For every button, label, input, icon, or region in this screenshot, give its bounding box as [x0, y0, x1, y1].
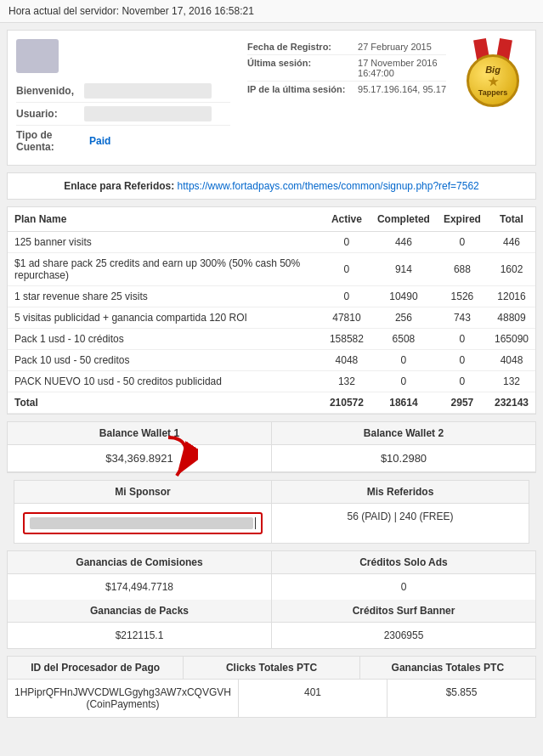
tipo-cuenta-value: Paid [84, 133, 212, 149]
ganancias-comisiones-row: Ganancias de Comisiones $174,494.7718 Cr… [8, 551, 535, 600]
table-cell: 158582 [323, 329, 370, 350]
fecha-registro-row: Fecha de Registro: 27 February 2015 [247, 39, 446, 55]
wallet-section: Balance Wallet 1 Balance Wallet 2 $34,36… [7, 421, 536, 473]
table-cell: $1 ad share pack 25 credits and earn up … [8, 253, 323, 286]
wallet1-label: Balance Wallet 1 [8, 422, 272, 445]
plans-table-section: Plan Name Active Completed Expired Total… [7, 206, 536, 415]
col-plan-name: Plan Name [8, 207, 323, 232]
table-cell: 47810 [323, 307, 370, 329]
sponsor-wrapper: Mi Sponsor Mis Referidos 56 (PAID) | 240… [7, 480, 536, 544]
col-total: Total [488, 207, 535, 232]
table-cell: 4048 [488, 350, 535, 371]
ganancias-section: Ganancias de Comisiones $174,494.7718 Cr… [7, 550, 536, 649]
table-cell: 914 [370, 253, 437, 286]
table-cell: 125 banner visits [8, 232, 323, 253]
table-total-cell: 2957 [437, 392, 488, 414]
ip-row: IP de la última sesión: 95.17.196.164, 9… [247, 82, 446, 97]
sponsor-input-bar [30, 517, 253, 529]
table-cell: 0 [437, 371, 488, 392]
mi-sponsor-label: Mi Sponsor [14, 481, 271, 504]
table-cell: 1526 [437, 286, 488, 307]
sponsor-cursor [255, 517, 256, 529]
avatar [16, 39, 59, 73]
ip-value: 95.17.196.164, 95.17 [358, 84, 446, 94]
bottom-header-row: ID del Procesador de Pago Clicks Totales… [8, 657, 535, 680]
ganancias-totales-header: Ganancias Totales PTC [360, 657, 535, 679]
referral-section: Enlace para Referidos: https://www.forta… [7, 172, 536, 200]
table-cell: 446 [370, 232, 437, 253]
bienvenido-label: Bienvenido, [16, 85, 84, 97]
bottom-data-row: 1HPiprQFHnJWVCDWLGgyhg3AW7xCQVGVH(CoinPa… [8, 680, 535, 717]
creditos-surf-banner-value: 2306955 [272, 623, 535, 648]
sponsor-input [23, 512, 263, 534]
table-header-row: Plan Name Active Completed Expired Total [8, 207, 535, 232]
mi-sponsor-cell: Mi Sponsor [14, 481, 272, 543]
ganancias-packs-row: Ganancias de Packs $212115.1 Créditos Su… [8, 600, 535, 648]
table-cell: 743 [437, 307, 488, 329]
comisiones-label: Ganancias de Comisiones [8, 551, 271, 574]
table-cell: 12016 [488, 286, 535, 307]
ultima-sesion-row: Última sesión: 17 November 201616:47:00 [247, 55, 446, 82]
col-expired: Expired [437, 207, 488, 232]
ultima-sesion-label: Última sesión: [247, 58, 358, 68]
table-cell: 256 [370, 307, 437, 329]
table-cell: 0 [370, 371, 437, 392]
table-cell: 0 [437, 350, 488, 371]
plans-table: Plan Name Active Completed Expired Total… [8, 207, 535, 414]
sponsor-section: Mi Sponsor Mis Referidos 56 (PAID) | 240… [14, 480, 529, 544]
usuario-value [84, 106, 212, 121]
packs-label: Ganancias de Packs [8, 600, 271, 623]
table-cell: 0 [437, 232, 488, 253]
server-time-value: November 17, 2016 16:58:21 [122, 5, 253, 17]
table-cell: Pack 10 usd - 50 creditos [8, 350, 323, 371]
profile-row-tipo-cuenta: Tipo de Cuenta: Paid [16, 126, 230, 156]
id-procesador-text: 1HPiprQFHnJWVCDWLGgyhg3AW7xCQVGVH(CoinPa… [14, 686, 231, 710]
table-cell: 0 [370, 350, 437, 371]
avatar-area [16, 39, 230, 73]
medal-star: ★ [488, 75, 499, 88]
mis-referidos-value: 56 (PAID) | 240 (FREE) [272, 504, 529, 529]
ganancias-totales-value: $5.855 [387, 680, 535, 717]
table-row: Pack 10 usd - 50 creditos4048004048 [8, 350, 535, 371]
table-cell: 4048 [323, 350, 370, 371]
table-cell: 446 [488, 232, 535, 253]
table-cell: 132 [323, 371, 370, 392]
wallet1-value: $34,369.8921 [8, 445, 272, 472]
table-cell: 165090 [488, 329, 535, 350]
sponsor-label-row: Mi Sponsor Mis Referidos 56 (PAID) | 240… [14, 481, 529, 543]
fecha-registro-label: Fecha de Registro: [247, 42, 358, 52]
ultima-sesion-value: 17 November 201616:47:00 [358, 58, 446, 78]
table-cell: 1 star revenue share 25 visits [8, 286, 323, 307]
table-cell: PACK NUEVO 10 usd - 50 creditos publicid… [8, 371, 323, 392]
creditos-surf-banner-cell: Créditos Surf Banner 2306955 [272, 600, 535, 648]
clicks-totales-header: Clicks Totales PTC [184, 657, 359, 679]
table-row: 125 banner visits04460446 [8, 232, 535, 253]
table-cell: 0 [323, 286, 370, 307]
table-cell: 0 [323, 232, 370, 253]
table-cell: 132 [488, 371, 535, 392]
packs-cell: Ganancias de Packs $212115.1 [8, 600, 272, 648]
profile-row-bienvenido: Bienvenido, [16, 80, 230, 103]
creditos-surf-banner-label: Créditos Surf Banner [272, 600, 535, 623]
medal-circle: Big ★ Tappers [467, 54, 519, 107]
table-cell: 1602 [488, 253, 535, 286]
table-cell: 48809 [488, 307, 535, 329]
creditos-solo-ads-value: 0 [272, 574, 535, 600]
table-row: $1 ad share pack 25 credits and earn up … [8, 253, 535, 286]
table-total-cell: 210572 [323, 392, 370, 414]
mis-referidos-cell: Mis Referidos 56 (PAID) | 240 (FREE) [272, 481, 529, 543]
medal-text-big: Big [485, 65, 501, 75]
medal: Big ★ Tappers [459, 39, 527, 116]
medal-text-tappers: Tappers [478, 88, 507, 97]
referral-url[interactable]: https://www.fortadpays.com/themes/common… [178, 180, 479, 192]
bienvenido-value [84, 83, 212, 99]
mis-referidos-label: Mis Referidos [272, 481, 529, 504]
table-cell: 688 [437, 253, 488, 286]
table-total-cell: Total [8, 392, 323, 414]
table-cell: 10490 [370, 286, 437, 307]
col-active: Active [323, 207, 370, 232]
wallet2-label: Balance Wallet 2 [272, 422, 535, 445]
creditos-solo-ads-cell: Créditos Solo Ads 0 [272, 551, 535, 600]
table-cell: 0 [437, 329, 488, 350]
wallet-label-row: Balance Wallet 1 Balance Wallet 2 [8, 422, 535, 445]
